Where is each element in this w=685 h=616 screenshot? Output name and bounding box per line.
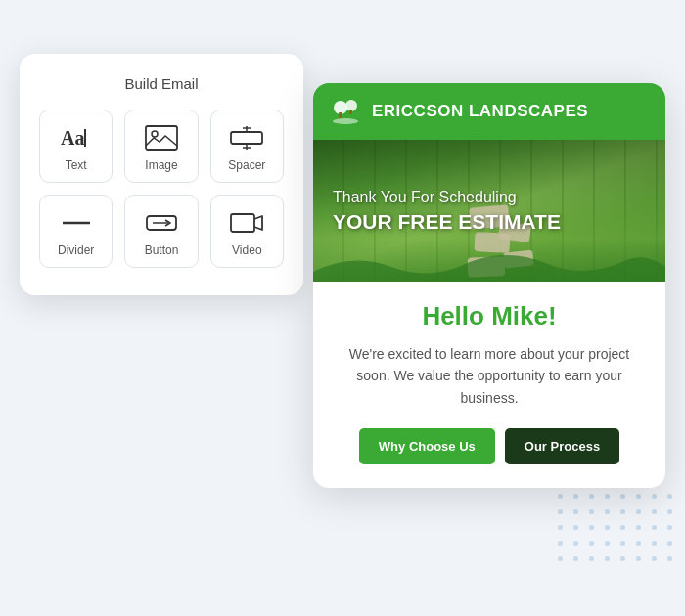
build-item-image-label: Image [145,158,177,172]
build-item-text-label: Text [66,158,87,172]
text-icon: Aa [58,124,95,152]
build-item-divider[interactable]: Divider [39,195,113,268]
email-header: ERICCSON LANDSCAPES [313,83,665,140]
hero-line1: Thank You For Scheduling [333,188,646,208]
build-item-divider-label: Divider [58,243,94,257]
why-choose-us-button[interactable]: Why Choose Us [359,428,495,464]
svg-point-17 [333,118,358,124]
hero-text-block: Thank You For Scheduling YOUR FREE ESTIM… [333,188,646,235]
svg-rect-2 [146,126,177,150]
email-body: Hello Mike! We're excited to learn more … [313,282,665,488]
build-item-button[interactable]: Button [124,195,198,268]
svg-rect-12 [231,214,254,232]
svg-rect-4 [231,132,262,144]
build-email-grid: Aa Text Image [39,110,284,268]
build-item-image[interactable]: Image [124,110,198,183]
build-email-card: Build Email Aa Text [20,54,303,295]
build-item-button-label: Button [145,243,179,257]
divider-icon [58,209,95,237]
svg-point-13 [334,101,347,114]
svg-rect-14 [339,112,342,118]
email-preview-card: ERICCSON LANDSCAPES Thank You For Schedu… [313,83,665,488]
dot-grid-decoration: const dg = document.querySelector('.dot-… [558,494,675,572]
our-process-button[interactable]: Our Process [505,428,619,464]
email-body-text: We're excited to learn more about your p… [341,343,638,409]
svg-text:Aa: Aa [61,127,84,149]
hero-line2: YOUR FREE ESTIMATE [333,209,646,234]
scene: const dg = document.querySelector('.dot-… [20,24,665,592]
spacer-icon [228,124,265,152]
svg-rect-16 [349,110,352,114]
email-hero-section: Thank You For Scheduling YOUR FREE ESTIM… [313,140,665,282]
email-cta-buttons: Why Choose Us Our Process [341,428,638,464]
build-item-spacer[interactable]: Spacer [210,110,284,183]
build-email-title: Build Email [39,75,284,92]
image-icon [143,124,180,152]
build-item-video-label: Video [232,243,261,257]
build-item-video[interactable]: Video [210,195,284,268]
build-item-text[interactable]: Aa Text [39,110,113,183]
brand-name: ERICCSON LANDSCAPES [372,102,588,121]
build-item-spacer-label: Spacer [228,158,265,172]
svg-point-3 [152,131,158,137]
button-icon [143,209,180,237]
video-icon [228,209,265,237]
email-greeting: Hello Mike! [341,301,638,331]
landscape-logo-icon [329,95,362,128]
